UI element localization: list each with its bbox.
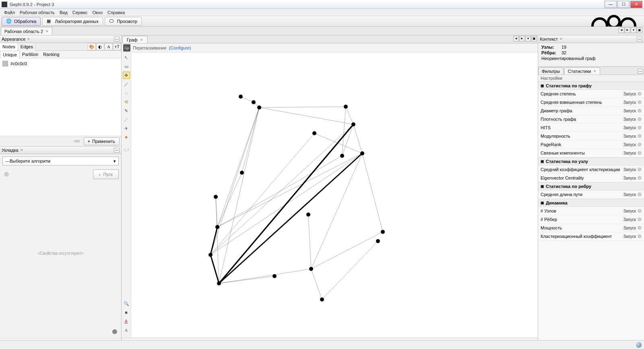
- menu-справка[interactable]: Справка: [105, 10, 127, 15]
- close-icon[interactable]: ✕: [559, 37, 563, 41]
- stat-run-link[interactable]: Запуск: [623, 176, 636, 180]
- reset-spline-icon[interactable]: [74, 140, 80, 142]
- stat-info-icon[interactable]: [638, 142, 642, 147]
- color-swatch[interactable]: [2, 61, 8, 66]
- graph-tab-list[interactable]: ▾: [525, 36, 531, 41]
- stat-info-icon[interactable]: [638, 192, 642, 196]
- graph-canvas[interactable]: [131, 52, 538, 338]
- stat-run-link[interactable]: Запуск: [623, 92, 636, 96]
- size-mode-icon[interactable]: ◐: [96, 43, 104, 50]
- reset-zoom-icon[interactable]: ■: [123, 309, 130, 316]
- stat-run-link[interactable]: Запуск: [623, 100, 636, 105]
- options-icon[interactable]: [112, 329, 117, 334]
- pointer-tool-icon[interactable]: ↖: [123, 54, 130, 61]
- stat-info-icon[interactable]: [638, 109, 642, 113]
- stats-section-header[interactable]: ▣Статистика по ребру: [538, 182, 644, 190]
- graph-tab-max[interactable]: ▣: [531, 36, 537, 41]
- stats-section-header[interactable]: ▣Статистика по узлу: [538, 157, 644, 165]
- stat-run-link[interactable]: Запуск: [623, 109, 636, 113]
- stat-info-icon[interactable]: [638, 134, 642, 138]
- menu-окно[interactable]: Окно: [90, 10, 105, 15]
- drag-tool-icon[interactable]: ✥: [123, 72, 130, 79]
- stat-info-icon[interactable]: [638, 117, 642, 121]
- graph-tab-next[interactable]: ►: [519, 36, 525, 41]
- panel-minimize-button[interactable]: —: [114, 37, 120, 41]
- stat-run-link[interactable]: Запуск: [623, 209, 636, 213]
- close-button[interactable]: ✕: [630, 1, 642, 8]
- stat-info-icon[interactable]: [638, 176, 642, 180]
- stat-run-link[interactable]: Запуск: [623, 234, 636, 239]
- stat-info-icon[interactable]: [638, 226, 642, 230]
- workspace-list-button[interactable]: ▾: [631, 27, 636, 33]
- stat-info-icon[interactable]: [638, 234, 642, 238]
- stat-info-icon[interactable]: [638, 92, 642, 96]
- maximize-button[interactable]: ☐: [617, 1, 630, 8]
- stat-info-icon[interactable]: [638, 209, 642, 213]
- stat-info-icon[interactable]: [638, 167, 642, 171]
- stat-info-icon[interactable]: [638, 217, 642, 221]
- subtab-ranking[interactable]: Ranking: [41, 51, 62, 58]
- panel-minimize-button[interactable]: —: [114, 148, 120, 153]
- configure-link[interactable]: (Configure): [169, 45, 191, 50]
- mode-table-button[interactable]: ▦Лаборатория данных: [42, 17, 103, 26]
- sizer-tool-icon[interactable]: ⟲: [123, 98, 130, 105]
- mode-monitor-button[interactable]: 🖵Просмотр: [105, 17, 142, 26]
- gear-tool-icon[interactable]: ✷: [123, 134, 130, 141]
- label-a-icon[interactable]: A: [123, 318, 130, 325]
- stat-run-link[interactable]: Запуск: [623, 192, 636, 197]
- menu-сервис[interactable]: Сервис: [70, 10, 90, 15]
- label-size-icon[interactable]: тT: [113, 43, 121, 50]
- stat-run-link[interactable]: Запуск: [623, 217, 636, 222]
- label-color-icon[interactable]: A: [105, 43, 113, 50]
- stat-info-icon[interactable]: [638, 100, 642, 104]
- stat-run-link[interactable]: Запуск: [623, 142, 636, 147]
- run-layout-button[interactable]: ▸ Пуск: [93, 169, 119, 179]
- stat-run-link[interactable]: Запуск: [623, 126, 636, 130]
- subtab-partition[interactable]: Partition: [20, 51, 41, 58]
- close-icon[interactable]: ✕: [45, 29, 49, 33]
- menu-рабочая область[interactable]: Рабочая область: [17, 10, 57, 15]
- workspace-add-button[interactable]: ▣: [637, 27, 642, 33]
- brush-tool-icon[interactable]: ／: [123, 81, 130, 88]
- graph-tab[interactable]: Граф ✕: [122, 36, 148, 43]
- color-mode-icon[interactable]: 🎨: [88, 43, 96, 50]
- close-icon[interactable]: ✕: [20, 148, 23, 152]
- info-icon[interactable]: [4, 172, 9, 177]
- layout-algorithm-select[interactable]: ---Выберите алгоритм ▾: [2, 157, 119, 165]
- stats-section-header[interactable]: ▣Статистика по графу: [538, 82, 644, 90]
- tab-statistics[interactable]: Статистики ✕: [564, 67, 601, 74]
- stat-run-link[interactable]: Запуск: [623, 134, 636, 138]
- close-icon[interactable]: ✕: [140, 38, 143, 42]
- close-icon[interactable]: ✕: [27, 37, 30, 41]
- stats-section-header[interactable]: ▣Динамика: [538, 199, 644, 207]
- subtab-unique[interactable]: Unique: [0, 51, 20, 58]
- tab-filters[interactable]: Фильтры: [538, 67, 564, 74]
- stat-info-icon[interactable]: [638, 151, 642, 155]
- label-a-plain-icon[interactable]: A: [123, 326, 130, 334]
- globe-status-icon[interactable]: [636, 342, 642, 348]
- mode-globe-button[interactable]: 🌐Обработка: [2, 17, 41, 26]
- pen-tool-icon[interactable]: ✎: [123, 107, 130, 114]
- zoom-tool-icon[interactable]: 🔍: [123, 300, 130, 307]
- tab-edges[interactable]: Edges: [18, 43, 36, 51]
- stat-run-link[interactable]: Запуск: [623, 117, 636, 122]
- stat-info-icon[interactable]: [638, 126, 642, 130]
- rect-select-tool-icon[interactable]: ▭: [123, 63, 130, 70]
- panel-minimize-button[interactable]: —: [638, 69, 643, 74]
- stats-settings-link[interactable]: Настройки: [538, 75, 644, 82]
- stat-run-link[interactable]: Запуск: [623, 167, 636, 172]
- workspace-prev-button[interactable]: ◄: [619, 27, 624, 33]
- cursor-question-icon[interactable]: ↖?: [123, 147, 130, 154]
- stat-run-link[interactable]: Запуск: [623, 226, 636, 230]
- stat-run-link[interactable]: Запуск: [623, 151, 636, 155]
- panel-minimize-button[interactable]: —: [637, 37, 642, 41]
- edge-pen-tool-icon[interactable]: ／: [123, 116, 130, 123]
- apply-button[interactable]: ▸ Применить: [84, 137, 120, 145]
- menu-вид[interactable]: Вид: [57, 10, 70, 15]
- diamond-tool-icon[interactable]: ◇: [123, 89, 130, 97]
- tab-nodes[interactable]: Nodes: [0, 43, 18, 51]
- close-icon[interactable]: ✕: [593, 69, 597, 73]
- graph-tab-prev[interactable]: ◄: [513, 36, 519, 41]
- menu-файл[interactable]: Файл: [2, 10, 17, 15]
- workspace-tab[interactable]: Рабочая область 2 ✕: [1, 27, 52, 35]
